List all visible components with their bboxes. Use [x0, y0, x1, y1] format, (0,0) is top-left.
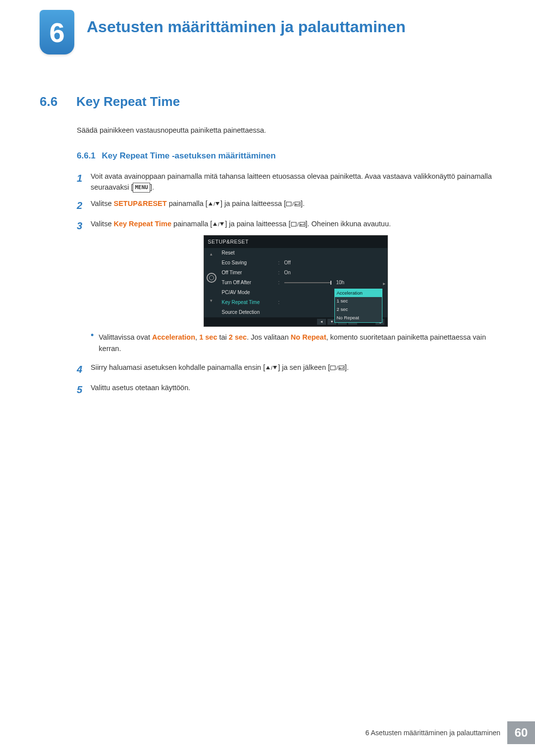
osd-value: 10h [336, 279, 345, 287]
section-title: Key Repeat Time [76, 94, 180, 109]
page-number: 60 [507, 721, 535, 744]
step-text: Valitse [91, 220, 113, 228]
keyword: SETUP&RESET [113, 200, 166, 207]
svg-marker-13 [300, 224, 301, 226]
step-number: 1 [77, 171, 91, 186]
svg-rect-3 [286, 202, 291, 206]
osd-item: Source Detection [222, 308, 276, 316]
section-description: Säädä painikkeen vastausnopeutta painike… [77, 126, 500, 134]
osd-item: Off Timer [222, 269, 276, 277]
step-text: Siirry haluamasi asetuksen kohdalle pain… [91, 363, 265, 371]
step-text: painamalla [ [167, 200, 208, 207]
osd-item: Reset [222, 249, 276, 257]
svg-text:/: / [292, 201, 294, 207]
step-text: Valittu asetus otetaan käyttöön. [91, 382, 500, 393]
osd-item: Turn Off After [222, 279, 276, 287]
step-number: 5 [77, 382, 91, 398]
osd-item: PC/AV Mode [222, 289, 276, 297]
step-3: 3 Valitse Key Repeat Time painamalla [/]… [77, 218, 500, 357]
step-text: ]. [150, 183, 154, 191]
svg-text:/: / [336, 365, 338, 371]
rect-enter-icon: / [330, 365, 345, 371]
right-arrow-icon: ▸ [383, 280, 385, 288]
osd-popup-item-selected: Acceleration [335, 289, 382, 298]
keyword: No Repeat [291, 333, 326, 341]
step-text: ]. Oheinen ikkuna avautuu. [306, 220, 391, 228]
step-number: 3 [77, 218, 91, 234]
svg-marker-0 [209, 202, 213, 205]
osd-popup-item: 1 sec [335, 297, 382, 305]
chapter-badge: 6 [40, 10, 74, 54]
osd-value: On [284, 269, 291, 277]
subsection-number: 6.6.1 [77, 151, 96, 160]
svg-marker-9 [220, 222, 224, 226]
osd-screenshot: SETUP&RESET ▴ ▾ Reset Eco Saving:Off Off… [204, 235, 388, 327]
up-arrow-icon: ▴ [210, 251, 213, 258]
step-text: ] ja paina laitteessa [ [220, 200, 286, 207]
down-arrow-icon: ▾ [210, 298, 213, 304]
svg-text:/: / [271, 365, 273, 371]
osd-item: Eco Saving [222, 259, 276, 267]
svg-marker-16 [273, 366, 277, 369]
step-text: Valitse [91, 200, 113, 207]
note-text: Valittavissa ovat [99, 333, 152, 341]
svg-rect-17 [330, 366, 335, 370]
keyword: Key Repeat Time [113, 220, 171, 228]
up-down-icon: / [212, 221, 225, 227]
step-number: 2 [77, 198, 91, 213]
rect-enter-icon: / [286, 201, 301, 207]
svg-marker-7 [213, 222, 217, 226]
step-4: 4 Siirry haluamasi asetuksen kohdalle pa… [77, 362, 500, 377]
keyword: Acceleration [152, 333, 195, 341]
footer-text: 6 Asetusten määrittäminen ja palauttamin… [366, 729, 507, 737]
bullet-note: • Valittavissa ovat Acceleration, 1 sec … [91, 332, 500, 354]
svg-text:/: / [214, 201, 215, 207]
page-footer: 6 Asetusten määrittäminen ja palauttamin… [366, 721, 535, 744]
svg-text:/: / [218, 221, 220, 227]
osd-popup: Acceleration 1 sec 2 sec No Repeat [334, 289, 382, 323]
step-text: ]. [345, 363, 349, 371]
svg-marker-20 [339, 367, 341, 369]
svg-text:/: / [297, 221, 299, 227]
chapter-title: Asetusten määrittäminen ja palauttaminen [87, 18, 406, 36]
step-text: ] ja paina laitteessa [ [225, 220, 290, 228]
note-text: . Jos valitaan [247, 333, 291, 341]
rect-enter-icon: / [291, 221, 306, 227]
osd-title: SETUP&RESET [204, 236, 387, 248]
step-text: painamalla [ [171, 220, 212, 228]
section-number: 6.6 [40, 94, 74, 109]
step-1: 1 Voit avata avainoppaan painamalla mitä… [77, 171, 500, 193]
osd-popup-item: No Repeat [335, 314, 382, 322]
up-down-icon: / [208, 201, 220, 207]
keyword: 2 sec [229, 333, 247, 341]
svg-rect-10 [291, 222, 296, 226]
gear-icon [207, 273, 216, 283]
note-text: tai [217, 333, 228, 341]
subsection-title: Key Repeat Time -asetuksen määrittäminen [102, 151, 276, 160]
svg-marker-2 [215, 202, 219, 205]
note-text: , [195, 333, 199, 341]
step-text: ]. [301, 200, 305, 207]
step-text: ] ja sen jälkeen [ [278, 363, 330, 371]
up-down-icon: / [265, 365, 278, 371]
step-number: 4 [77, 362, 91, 377]
osd-value: Off [284, 259, 291, 267]
menu-icon: MENU [133, 183, 150, 192]
svg-marker-6 [295, 203, 297, 205]
svg-marker-14 [266, 366, 270, 369]
bullet-icon: • [91, 332, 94, 339]
left-icon: ◂ [317, 319, 326, 325]
osd-popup-item: 2 sec [335, 305, 382, 314]
slider-icon [284, 282, 331, 283]
osd-item-selected: Key Repeat Time [222, 299, 276, 306]
step-5: 5 Valittu asetus otetaan käyttöön. [77, 382, 500, 398]
keyword: 1 sec [199, 333, 217, 341]
step-2: 2 Valitse SETUP&RESET painamalla [/] ja … [77, 198, 500, 213]
